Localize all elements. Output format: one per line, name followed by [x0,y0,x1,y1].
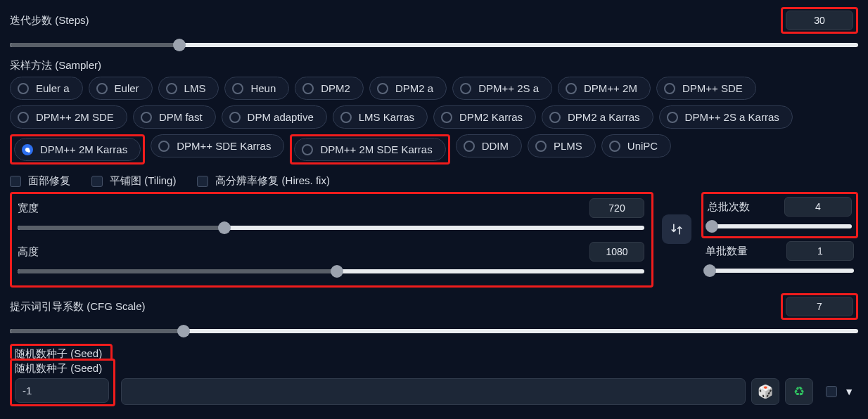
swap-icon [670,222,684,236]
recycle-icon2: ♻ [793,384,805,399]
batch-size-slider[interactable] [706,264,854,278]
sampler-option-dpm2akarras[interactable]: DPM2 a Karras [542,105,653,129]
chevron-down-icon2: ▼ [844,386,854,397]
sampler-option-ddim[interactable]: DDIM [456,134,522,157]
seed-input2a[interactable]: -1 [15,378,109,403]
dimensions-block: 宽度 720 高度 1080 [10,192,653,288]
width-value[interactable]: 720 [589,198,644,218]
width-slider[interactable] [18,221,644,235]
sampler-option-dpm2a[interactable]: DPM2 a [369,77,447,100]
hires-fix-checkbox[interactable]: 高分辨率修复 (Hires. fix) [197,174,330,188]
sampler-option-dpmppsdekarras[interactable]: DPM++ SDE Karras [151,134,284,157]
sampler-label: 采样方法 (Sampler) [10,59,858,72]
sampler-option-dpmpp2sa[interactable]: DPM++ 2S a [452,77,552,100]
face-restore-checkbox[interactable]: 面部修复 [10,174,70,188]
batch-size-label: 单批数量 [706,245,748,258]
sampler-option-dpm2[interactable]: DPM2 [295,77,364,100]
dice-icon2: 🎲 [758,384,773,399]
sampler-option-dpmpp2msdekarras[interactable]: DPM++ 2M SDE Karras [294,138,445,161]
swap-dimensions-button[interactable] [662,214,691,244]
sampler-option-dpmppsde[interactable]: DPM++ SDE [656,77,756,100]
seed-reuse-button2[interactable]: ♻ [785,378,813,405]
sampler-option-dpmpp2mkarras[interactable]: DPM++ 2M Karras [14,138,141,161]
sampler-option-dpm2karras[interactable]: DPM2 Karras [433,105,536,129]
sampler-group: Euler a Euler LMS Heun DPM2 DPM2 a DPM++… [10,77,858,165]
seed-input2b[interactable] [121,378,746,405]
steps-slider[interactable] [10,38,858,52]
batch-count-slider[interactable] [708,219,852,233]
sampler-option-unipc[interactable]: UniPC [601,134,671,157]
height-slider[interactable] [18,264,644,278]
height-label: 高度 [18,245,74,259]
batch-count-label: 总批次数 [708,200,750,214]
cfg-value[interactable]: 7 [786,297,853,316]
sampler-option-plms[interactable]: PLMS [528,134,596,157]
seed-extra-toggle2[interactable]: ▼ [819,378,858,405]
sampler-option-euler[interactable]: Euler [89,77,153,100]
tiling-checkbox[interactable]: 平铺图 (Tiling) [91,174,176,188]
height-value[interactable]: 1080 [589,242,644,262]
cfg-slider[interactable] [10,324,858,338]
seed-label: 随机数种子 (Seed) [15,347,102,359]
sampler-option-euler-a[interactable]: Euler a [10,77,83,100]
width-label: 宽度 [18,202,74,215]
steps-label: 迭代步数 (Steps) [10,14,89,27]
sampler-option-heun[interactable]: Heun [224,77,289,100]
batch-count-value[interactable]: 4 [784,197,852,217]
sampler-option-dpmfast[interactable]: DPM fast [133,105,216,129]
sampler-option-dpmpp2m[interactable]: DPM++ 2M [558,77,651,100]
sampler-option-lms[interactable]: LMS [158,77,219,100]
sampler-option-lmskarras[interactable]: LMS Karras [333,105,428,129]
seed-random-button2[interactable]: 🎲 [751,378,779,405]
batch-size-value[interactable]: 1 [786,241,854,261]
sampler-option-dpmpp2sakarras[interactable]: DPM++ 2S a Karras [659,105,793,129]
seed-label2: 随机数种子 (Seed) [15,362,109,375]
cfg-label: 提示词引导系数 (CFG Scale) [10,300,146,314]
sampler-option-dpmpp2msde[interactable]: DPM++ 2M SDE [10,105,127,129]
steps-value[interactable]: 30 [786,11,853,30]
batch-count-block: 总批次数 4 [701,192,858,238]
sampler-option-dpmadaptive[interactable]: DPM adaptive [222,105,327,129]
